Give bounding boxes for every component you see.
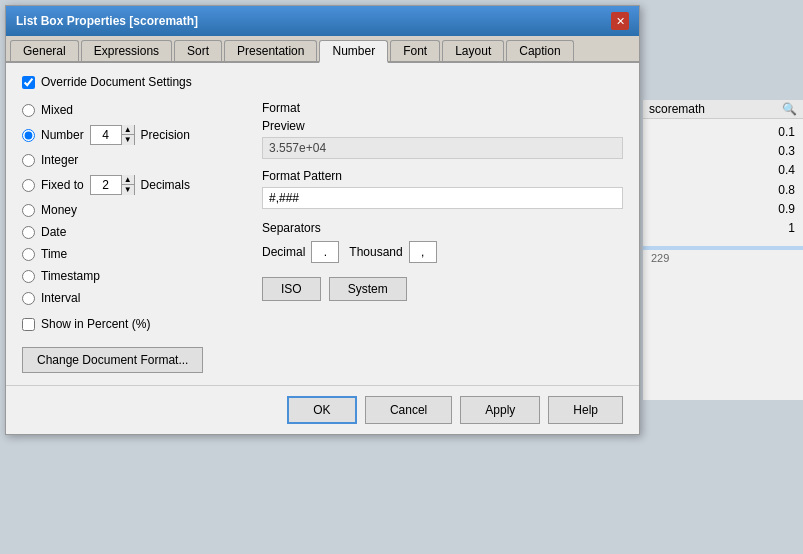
radio-date: Date (22, 223, 242, 241)
decimals-input[interactable] (91, 178, 121, 192)
tab-layout[interactable]: Layout (442, 40, 504, 61)
tab-presentation[interactable]: Presentation (224, 40, 317, 61)
show-percent-label[interactable]: Show in Percent (%) (41, 317, 150, 331)
show-percent-checkbox[interactable] (22, 318, 35, 331)
format-label: Format (262, 101, 623, 115)
right-panel: Format Preview 3.557e+04 Format Pattern … (262, 101, 623, 331)
main-dialog: List Box Properties [scoremath] ✕ Genera… (5, 5, 640, 435)
apply-button[interactable]: Apply (460, 396, 540, 424)
precision-spinbox: ▲ ▼ (90, 125, 135, 145)
thousand-label: Thousand (349, 245, 402, 259)
precision-spinbox-buttons: ▲ ▼ (121, 125, 134, 145)
decimals-spinbox-buttons: ▲ ▼ (121, 175, 134, 195)
help-button[interactable]: Help (548, 396, 623, 424)
tab-caption[interactable]: Caption (506, 40, 573, 61)
tab-bar: General Expressions Sort Presentation Nu… (6, 36, 639, 63)
radio-integer: Integer (22, 151, 242, 169)
scoremath-value-2: 0.3 (651, 142, 795, 161)
dialog-footer: OK Cancel Apply Help (6, 385, 639, 434)
tab-font[interactable]: Font (390, 40, 440, 61)
radio-mixed-label[interactable]: Mixed (41, 103, 73, 117)
pattern-label: Format Pattern (262, 169, 623, 183)
radio-group: Mixed Number ▲ ▼ (22, 101, 242, 307)
radio-mixed: Mixed (22, 101, 242, 119)
dialog-titlebar: List Box Properties [scoremath] ✕ (6, 6, 639, 36)
left-panel: Mixed Number ▲ ▼ (22, 101, 242, 331)
scoremath-values: 0.1 0.3 0.4 0.8 0.9 1 (643, 119, 803, 242)
precision-down-button[interactable]: ▼ (121, 135, 134, 145)
decimals-down-button[interactable]: ▼ (121, 185, 134, 195)
radio-integer-label[interactable]: Integer (41, 153, 78, 167)
tab-general[interactable]: General (10, 40, 79, 61)
scoremath-value-4: 0.8 (651, 181, 795, 200)
override-label[interactable]: Override Document Settings (41, 75, 192, 89)
decimal-input[interactable] (311, 241, 339, 263)
preview-field: 3.557e+04 (262, 137, 623, 159)
preview-label: Preview (262, 119, 623, 133)
decimal-sep-item: Decimal (262, 241, 339, 263)
precision-input[interactable] (91, 128, 121, 142)
system-button[interactable]: System (329, 277, 407, 301)
main-layout: Mixed Number ▲ ▼ (22, 101, 623, 331)
tab-number[interactable]: Number (319, 40, 388, 63)
radio-interval-label[interactable]: Interval (41, 291, 80, 305)
decimals-label: Decimals (141, 178, 190, 192)
separators-section: Separators Decimal Thousand (262, 221, 623, 263)
scoremath-footer-num: 229 (643, 250, 803, 266)
thousand-sep-item: Thousand (349, 241, 436, 263)
scoremath-panel: scoremath 🔍 0.1 0.3 0.4 0.8 0.9 1 229 (643, 100, 803, 400)
scoremath-value-1: 0.1 (651, 123, 795, 142)
iso-button[interactable]: ISO (262, 277, 321, 301)
scoremath-value-6: 1 (651, 219, 795, 238)
separators-label: Separators (262, 221, 623, 235)
tab-expressions[interactable]: Expressions (81, 40, 172, 61)
radio-money-label[interactable]: Money (41, 203, 77, 217)
override-checkbox[interactable] (22, 76, 35, 89)
radio-number: Number ▲ ▼ Precision (22, 123, 242, 147)
radio-date-label[interactable]: Date (41, 225, 66, 239)
precision-label: Precision (141, 128, 190, 142)
dialog-content: Override Document Settings Mixed Number (6, 63, 639, 385)
radio-money: Money (22, 201, 242, 219)
change-doc-button[interactable]: Change Document Format... (22, 347, 203, 373)
thousand-input[interactable] (409, 241, 437, 263)
dialog-title-text: List Box Properties [scoremath] (16, 14, 198, 28)
radio-timestamp-label[interactable]: Timestamp (41, 269, 100, 283)
close-button[interactable]: ✕ (611, 12, 629, 30)
ok-button[interactable]: OK (287, 396, 357, 424)
cancel-button[interactable]: Cancel (365, 396, 452, 424)
format-section: Format Preview 3.557e+04 Format Pattern (262, 101, 623, 209)
percent-row: Show in Percent (%) (22, 317, 242, 331)
radio-fixed-label[interactable]: Fixed to (41, 178, 84, 192)
separators-row: Decimal Thousand (262, 241, 623, 263)
tab-sort[interactable]: Sort (174, 40, 222, 61)
decimals-up-button[interactable]: ▲ (121, 175, 134, 185)
scoremath-search-icon[interactable]: 🔍 (782, 102, 797, 116)
scoremath-header: scoremath 🔍 (643, 100, 803, 119)
scoremath-title: scoremath (649, 102, 705, 116)
radio-time: Time (22, 245, 242, 263)
decimals-spinbox: ▲ ▼ (90, 175, 135, 195)
radio-time-label[interactable]: Time (41, 247, 67, 261)
override-row: Override Document Settings (22, 75, 623, 89)
scoremath-value-3: 0.4 (651, 161, 795, 180)
radio-fixed: Fixed to ▲ ▼ Decimals (22, 173, 242, 197)
scoremath-value-5: 0.9 (651, 200, 795, 219)
pattern-input[interactable] (262, 187, 623, 209)
radio-number-label[interactable]: Number (41, 128, 84, 142)
precision-up-button[interactable]: ▲ (121, 125, 134, 135)
iso-system-row: ISO System (262, 277, 623, 301)
radio-interval: Interval (22, 289, 242, 307)
radio-timestamp: Timestamp (22, 267, 242, 285)
decimal-label: Decimal (262, 245, 305, 259)
